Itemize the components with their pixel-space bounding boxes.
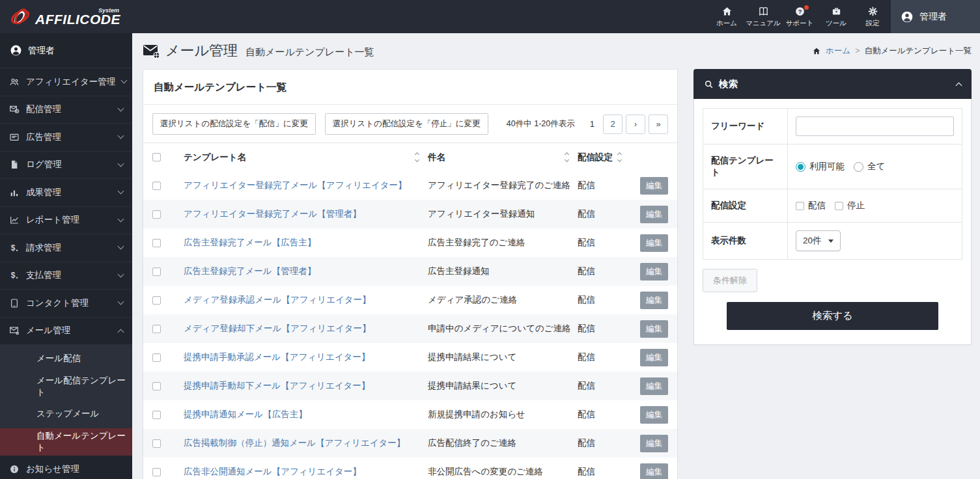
subject-text: メディア承認のご連絡 [428,294,578,306]
row-checkbox[interactable] [152,296,161,305]
pagination-last-button[interactable]: » [649,115,668,134]
template-name-link[interactable]: 広告掲載制御（停止）通知メール【アフィリエイター】 [184,437,428,449]
row-checkbox[interactable] [152,468,161,476]
sidebar-item-reports[interactable]: レポート管理 [0,207,132,235]
user-circle-icon [901,10,914,23]
sidebar-item-mail[interactable]: メール管理 [0,318,132,346]
per-page-label: 表示件数 [703,223,788,259]
chevron-down-icon [118,105,124,111]
edit-button[interactable]: 編集 [640,463,668,479]
checkbox-deliver[interactable]: 配信 [796,200,826,212]
sort-icon[interactable] [565,153,568,161]
breadcrumb-home-link[interactable]: ホーム [826,46,850,57]
topnav-support[interactable]: ? サポート [781,0,818,33]
sidebar-item-label: 支払管理 [26,269,112,281]
row-checkbox[interactable] [152,382,161,390]
search-panel-header[interactable]: 検索 [693,69,972,99]
sidebar-item-notices[interactable]: お知らせ管理 [0,456,132,479]
sort-icon[interactable] [415,153,419,161]
chevron-up-icon[interactable] [956,82,962,89]
pagination-next-button[interactable]: › [626,115,645,134]
sort-icon[interactable] [618,153,621,161]
edit-button[interactable]: 編集 [640,435,668,452]
template-name-link[interactable]: 提携申請手動却下メール【アフィリエイター】 [184,380,428,392]
chevron-down-icon [118,160,124,167]
sidebar-item-ads[interactable]: 広告管理 [0,124,132,152]
row-checkbox[interactable] [152,411,161,419]
topnav-manual[interactable]: マニュアル [745,0,781,33]
sidebar-subitem-mail-templates[interactable]: メール配信テンプレート [0,373,132,401]
card-toolbar: 選択リストの配信設定を「配信」に変更 選択リストの配信設定を「停止」に変更 40… [143,105,677,143]
pagination-page-2-button[interactable]: 2 [603,115,623,134]
topnav-settings-label: 設定 [866,19,880,28]
topnav-settings[interactable]: 設定 [854,0,891,33]
sidebar-item-results[interactable]: 成果管理 [0,179,132,207]
set-stop-button[interactable]: 選択リストの配信設定を「停止」に変更 [325,113,488,135]
template-name-link[interactable]: アフィリエイター登録完了メール【アフィリエイター】 [184,180,428,191]
topnav-user-menu[interactable]: 管理者 [891,0,980,33]
edit-button[interactable]: 編集 [640,177,668,195]
radio-icon [854,162,863,172]
search-row-freeword: フリーワード [703,109,962,144]
status-text: 配信 [578,351,636,363]
edit-button[interactable]: 編集 [640,292,668,309]
log-icon [9,159,20,170]
select-all-checkbox[interactable] [152,153,161,161]
topnav-tools[interactable]: ツール [818,0,854,33]
template-name-link[interactable]: 広告主登録完了メール【管理者】 [184,266,428,277]
row-checkbox[interactable] [152,325,161,333]
status-text: 配信 [578,409,636,420]
search-submit-button[interactable]: 検索する [727,302,938,330]
info-icon [9,464,20,474]
template-name-link[interactable]: メディア登録却下メール【アフィリエイター】 [184,323,428,335]
edit-button[interactable]: 編集 [640,406,668,424]
radio-label: 全て [867,161,885,172]
topnav-home[interactable]: ホーム [708,0,745,33]
checkbox-stop[interactable]: 停止 [835,200,865,212]
edit-button[interactable]: 編集 [640,320,668,338]
template-name-link[interactable]: メディア登録承認メール【アフィリエイター】 [184,294,428,306]
sidebar-item-affiliate[interactable]: アフィリエイター管理 [0,68,132,96]
template-name-link[interactable]: 提携申請通知メール【広告主】 [184,409,428,420]
edit-button[interactable]: 編集 [640,206,668,223]
template-name-link[interactable]: 広告非公開通知メール【アフィリエイター】 [184,466,428,478]
status-text: 配信 [578,466,636,478]
sidebar-subitem-step-mail[interactable]: ステップメール [0,400,132,428]
mail-settings-icon [143,43,160,59]
brand-logo[interactable]: System AFFILICODE [0,0,132,33]
home-icon [721,6,733,17]
subject-text: アフィリエイター登録完了のご連絡 [428,180,578,191]
edit-button[interactable]: 編集 [640,349,668,366]
row-checkbox[interactable] [152,267,161,276]
edit-button[interactable]: 編集 [640,377,668,395]
row-checkbox[interactable] [152,210,161,219]
radio-available[interactable]: 利用可能 [796,161,845,172]
sidebar-item-contacts[interactable]: コンタクト管理 [0,290,132,318]
freeword-input[interactable] [796,116,954,136]
template-name-link[interactable]: 提携申請手動承認メール【アフィリエイター】 [184,351,428,363]
set-deliver-button[interactable]: 選択リストの配信設定を「配信」に変更 [152,113,316,135]
edit-button[interactable]: 編集 [640,263,668,281]
sidebar-item-payments[interactable]: $ 支払管理 [0,262,132,290]
row-checkbox[interactable] [152,182,161,190]
per-page-select[interactable]: 20件 [796,230,841,251]
subject-text: 広告配信終了のご連絡 [428,437,578,449]
sidebar-item-logs[interactable]: ログ管理 [0,152,132,180]
clear-conditions-button[interactable]: 条件解除 [703,269,757,292]
svg-text:?: ? [798,8,802,14]
subject-text: 広告主登録通知 [428,266,578,277]
template-name-link[interactable]: アフィリエイター登録完了メール【管理者】 [184,208,428,220]
sidebar-subitem-auto-mail-templates[interactable]: 自動メールテンプレート [0,428,132,456]
search-row-delivery: 配信設定 配信 停止 [703,189,962,223]
sidebar-subitem-mail-delivery[interactable]: メール配信 [0,345,132,373]
row-checkbox[interactable] [152,353,161,362]
sidebar-item-billing[interactable]: $ 請求管理 [0,234,132,262]
radio-label: 利用可能 [809,161,845,172]
row-checkbox[interactable] [152,439,161,448]
sidebar-user[interactable]: 管理者 [0,33,132,68]
sidebar-item-delivery[interactable]: 配信管理 [0,96,132,124]
row-checkbox[interactable] [152,239,161,247]
radio-all[interactable]: 全て [854,161,885,172]
template-name-link[interactable]: 広告主登録完了メール【広告主】 [184,237,428,249]
edit-button[interactable]: 編集 [640,234,668,252]
